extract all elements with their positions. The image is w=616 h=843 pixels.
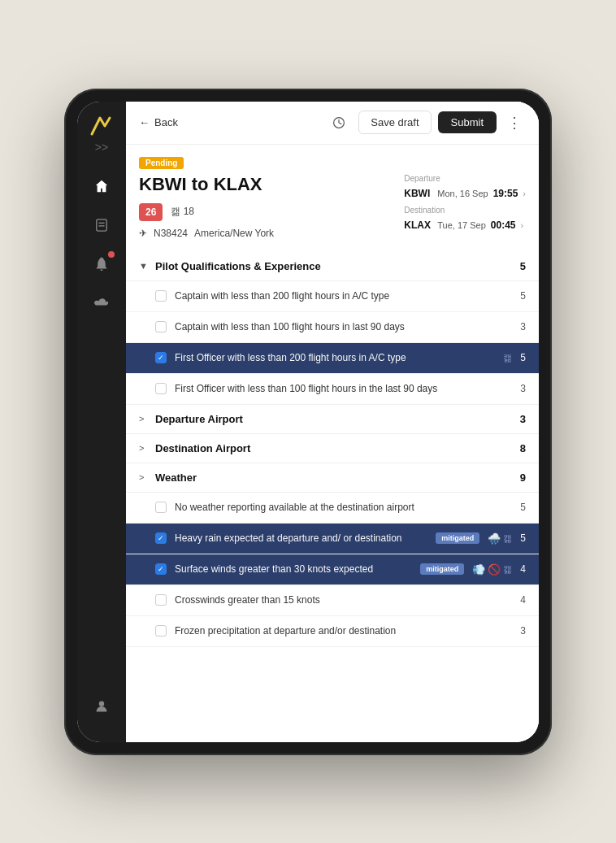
item-score-w4: 4 bbox=[520, 594, 526, 606]
destination-airport: KLAX bbox=[404, 219, 432, 231]
timezone: America/New York bbox=[194, 228, 274, 239]
checkbox-w3[interactable] bbox=[155, 563, 167, 575]
more-options-button[interactable]: ⋮ bbox=[503, 111, 526, 134]
back-arrow-icon: ← bbox=[139, 116, 150, 128]
checkbox-pq2[interactable] bbox=[155, 321, 167, 332]
item-score-w2: 5 bbox=[520, 532, 526, 544]
sort-icon: 캚 bbox=[503, 532, 512, 545]
item-icons: 캚 bbox=[503, 352, 512, 364]
section-title-destination-airport: Destination Airport bbox=[155, 442, 520, 454]
checklist-item-w5: Frozen precipitation at departure and/or… bbox=[126, 616, 539, 647]
wind-icon: 💨 bbox=[472, 563, 485, 576]
section-score-departure-airport: 3 bbox=[520, 413, 526, 425]
svg-point-3 bbox=[99, 701, 104, 706]
section-score-destination-airport: 8 bbox=[520, 442, 526, 454]
flight-title: KBWI to KLAX bbox=[139, 174, 274, 195]
departure-label: Departure bbox=[404, 174, 526, 183]
checklist-item-pq4: First Officer with less than 100 flight … bbox=[126, 374, 539, 405]
item-text-pq4: First Officer with less than 100 flight … bbox=[175, 382, 504, 396]
page-header: ← Back Save draft Submit ⋮ bbox=[126, 102, 539, 145]
status-badge: Pending bbox=[139, 157, 184, 169]
tag-mitigated: mitigated bbox=[436, 532, 479, 544]
item-score-pq4: 3 bbox=[520, 383, 526, 394]
section-score-weather: 9 bbox=[520, 471, 526, 484]
section-header-weather[interactable]: > Weather 9 bbox=[126, 463, 539, 493]
destination-time: 00:45 bbox=[491, 219, 516, 231]
destination-row: KLAX Tue, 17 Sep 00:45 › bbox=[404, 219, 526, 231]
destination-label: Destination bbox=[404, 206, 526, 215]
sidebar-item-files[interactable] bbox=[85, 209, 118, 241]
checkbox-pq3[interactable] bbox=[155, 352, 167, 363]
section-title-weather: Weather bbox=[155, 471, 520, 484]
checklist-item-pq3: First Officer with less than 200 flight … bbox=[126, 343, 539, 374]
departure-time: 19:55 bbox=[493, 188, 518, 199]
checkbox-w2[interactable] bbox=[155, 532, 167, 544]
save-draft-button[interactable]: Save draft bbox=[358, 111, 431, 134]
section-toggle-pilot-qualifications: ▼ bbox=[139, 261, 149, 271]
checklist-item-pq1: Captain with less than 200 flight hours … bbox=[126, 281, 539, 312]
item-score-pq1: 5 bbox=[520, 290, 526, 302]
sort-icon: 캚 bbox=[503, 352, 512, 364]
aircraft-row: ✈ N38424 America/New York bbox=[139, 228, 274, 239]
section-toggle-departure-airport: > bbox=[139, 414, 149, 424]
history-button[interactable] bbox=[326, 110, 352, 136]
crew-count: 캚 18 bbox=[171, 205, 194, 219]
item-text-pq1: Captain with less than 200 flight hours … bbox=[175, 289, 504, 303]
plane-icon: ✈ bbox=[139, 228, 147, 239]
item-score-pq2: 3 bbox=[520, 321, 526, 332]
checklist-item-w1: No weather reporting available at the de… bbox=[126, 493, 539, 524]
checkbox-w4[interactable] bbox=[155, 594, 167, 606]
section-header-pilot-qualifications[interactable]: ▼ Pilot Qualifications & Experience 5 bbox=[126, 252, 539, 281]
notification-badge bbox=[108, 251, 115, 258]
destination-date: Tue, 17 Sep bbox=[437, 220, 486, 230]
item-score-w3: 4 bbox=[520, 563, 526, 575]
sidebar-collapse-btn[interactable]: >> bbox=[95, 141, 108, 154]
sidebar-logo bbox=[89, 115, 115, 141]
section-header-departure-airport[interactable]: > Departure Airport 3 bbox=[126, 405, 539, 434]
destination-arrow[interactable]: › bbox=[520, 220, 523, 230]
checklist-item-w3: Surface winds greater than 30 knots expe… bbox=[126, 554, 539, 585]
no-rain-icon: 🚫 bbox=[488, 563, 501, 576]
checkbox-pq4[interactable] bbox=[155, 383, 167, 394]
section-header-destination-airport[interactable]: > Destination Airport 8 bbox=[126, 434, 539, 463]
aircraft-id: N38424 bbox=[154, 228, 188, 239]
checklist-item-w2: Heavy rain expected at departure and/ or… bbox=[126, 524, 539, 554]
submit-button[interactable]: Submit bbox=[438, 111, 497, 133]
flight-number-badge: 26 bbox=[139, 203, 163, 221]
sidebar-item-user[interactable] bbox=[85, 690, 118, 723]
item-text-pq2: Captain with less than 100 flight hours … bbox=[175, 320, 504, 334]
section-toggle-weather: > bbox=[139, 472, 149, 482]
item-text-w1: No weather reporting available at the de… bbox=[175, 501, 504, 515]
flight-info: Pending KBWI to KLAX 26 캚 18 ✈ N38424 Am… bbox=[126, 145, 539, 252]
tag-mitigated: mitigated bbox=[420, 563, 464, 575]
item-icons: 💨🚫캚 bbox=[472, 563, 512, 576]
flight-meta: 26 캚 18 bbox=[139, 203, 274, 221]
back-label: Back bbox=[154, 116, 178, 128]
checkbox-w5[interactable] bbox=[155, 625, 167, 637]
checklist-item-pq2: Captain with less than 100 flight hours … bbox=[126, 312, 539, 343]
item-text-w3: Surface winds greater than 30 knots expe… bbox=[175, 563, 412, 576]
departure-row: KBWI Mon, 16 Sep 19:55 › bbox=[404, 188, 526, 199]
departure-arrow[interactable]: › bbox=[523, 189, 526, 198]
checklist: ▼ Pilot Qualifications & Experience 5 Ca… bbox=[126, 252, 539, 742]
sidebar-item-home[interactable] bbox=[85, 170, 118, 202]
sidebar-item-cloud[interactable] bbox=[85, 287, 118, 319]
item-text-w4: Crosswinds greater than 15 knots bbox=[175, 593, 504, 607]
item-text-w2: Heavy rain expected at departure and/ or… bbox=[175, 532, 427, 545]
section-score-pilot-qualifications: 5 bbox=[520, 260, 526, 272]
item-icons: 🌧️캚 bbox=[488, 532, 512, 545]
section-title-departure-airport: Departure Airport bbox=[155, 413, 520, 425]
svg-rect-0 bbox=[97, 219, 106, 230]
back-button[interactable]: ← Back bbox=[139, 116, 178, 128]
item-score-pq3: 5 bbox=[520, 352, 526, 363]
main-content: ← Back Save draft Submit ⋮ bbox=[126, 102, 539, 742]
sort-icon: 캚 bbox=[503, 563, 512, 576]
checkbox-pq1[interactable] bbox=[155, 290, 167, 302]
header-actions: Save draft Submit ⋮ bbox=[326, 110, 526, 136]
checkbox-w1[interactable] bbox=[155, 502, 167, 513]
rain-icon: 🌧️ bbox=[488, 532, 501, 545]
section-toggle-destination-airport: > bbox=[139, 443, 149, 453]
sidebar-item-notifications[interactable] bbox=[85, 248, 118, 280]
item-text-pq3: First Officer with less than 200 flight … bbox=[175, 351, 495, 365]
flight-details: Departure KBWI Mon, 16 Sep 19:55 › Desti… bbox=[404, 174, 526, 231]
